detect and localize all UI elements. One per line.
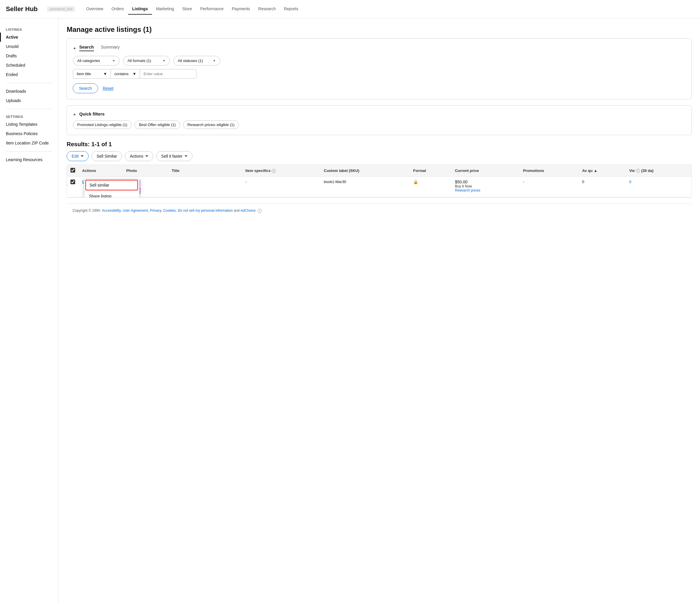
footer-privacy[interactable]: Privacy (150, 208, 161, 212)
statuses-dropdown[interactable]: All statuses (1) ▼ (173, 56, 220, 66)
sidebar-item-active[interactable]: Active (0, 32, 58, 42)
nav-orders[interactable]: Orders (107, 3, 128, 15)
tab-search[interactable]: Search (79, 45, 94, 51)
sell-similar-button[interactable]: Sell Similar (92, 151, 122, 161)
col-checkbox (67, 165, 79, 177)
row-views-cell: 0 (626, 177, 692, 197)
sidebar-item-item-location-zip[interactable]: Item Location ZIP Code (0, 138, 58, 148)
qf-header: ▲ Quick filters (73, 111, 686, 117)
sidebar-item-ended[interactable]: Ended (0, 70, 58, 79)
col-av-qu: Av qu ▲ (579, 165, 626, 177)
sell-it-faster-button[interactable]: Sell it faster (156, 151, 192, 161)
row-checkbox[interactable] (71, 180, 75, 184)
sidebar-item-downloads[interactable]: Downloads (0, 86, 58, 96)
search-button[interactable]: Search (73, 83, 98, 93)
views-info-icon[interactable]: i (636, 169, 640, 173)
logo: Seller Hub (6, 5, 38, 13)
operator-select[interactable]: contains ▼ (111, 69, 140, 79)
sidebar-section-settings-label: SETTINGS (0, 112, 58, 120)
panel-tabs: Search Summary (79, 45, 120, 51)
nav-payments[interactable]: Payments (228, 3, 254, 15)
adchoice-icon: i (258, 209, 262, 213)
nav-marketing[interactable]: Marketing (152, 3, 178, 15)
col-photo: Photo (123, 165, 169, 177)
row-av-qu-cell: 0 (579, 177, 626, 197)
main-content: Manage active listings (1) ▲ Search Summ… (58, 19, 700, 603)
sidebar-item-listing-templates[interactable]: Listing Templates (0, 120, 58, 129)
edit-button[interactable]: Edit (67, 151, 89, 161)
sidebar-item-uploads[interactable]: Uploads (0, 96, 58, 105)
listings-table: Actions Photo Title Item specifics i Cus… (67, 165, 692, 197)
results-section: Results: 1-1 of 1 Edit Sell Similar Acti… (67, 141, 692, 198)
footer: Copyright © 1995- Accessibility, User Ag… (67, 204, 692, 218)
actions-caret-icon (145, 155, 148, 157)
field-chevron-icon: ▼ (103, 72, 107, 76)
footer-user-agreement[interactable]: User Agreement (123, 208, 148, 212)
operator-chevron-icon: ▼ (132, 72, 136, 76)
formats-dropdown[interactable]: All formats (1) ▼ (123, 56, 170, 66)
row-promotions-cell: - (520, 177, 579, 197)
qf-chip-research[interactable]: Research prices–eligible (1) (183, 121, 239, 129)
nav-performance[interactable]: Performance (196, 3, 228, 15)
panel-toggle-icon[interactable]: ▲ (73, 46, 76, 50)
nav-research[interactable]: Research (254, 3, 280, 15)
sidebar-divider-1 (6, 83, 52, 83)
sidebar: LISTINGS Active Unsold Drafts Scheduled … (0, 19, 58, 603)
sidebar-item-scheduled[interactable]: Scheduled (0, 60, 58, 70)
actions-button[interactable]: Actions (125, 151, 153, 161)
field-select[interactable]: Item title ▼ (73, 69, 111, 79)
sidebar-divider-2 (6, 109, 52, 109)
top-bar: Seller Hub username_blur Overview Orders… (0, 0, 700, 19)
username: username_blur (47, 6, 75, 12)
sidebar-item-drafts[interactable]: Drafts (0, 51, 58, 60)
tab-summary[interactable]: Summary (101, 45, 120, 51)
item-specifics-info-icon[interactable]: i (272, 169, 276, 173)
search-panel: ▲ Search Summary All categories ▼ All fo… (67, 38, 692, 99)
sidebar-section-listings-label: LISTINGS (0, 25, 58, 32)
sidebar-item-learning-resources[interactable]: Learning Resources (0, 155, 58, 165)
row-custom-label-cell: book1-Mar30 (321, 177, 410, 197)
footer-do-not-sell[interactable]: Do not sell my personal information (178, 208, 233, 212)
col-custom-label: Custom label (SKU) (321, 165, 410, 177)
price-type: Buy It Now (455, 184, 516, 188)
categories-dropdown[interactable]: All categories ▼ (73, 56, 120, 66)
arrow-sell-similar (67, 183, 68, 187)
qf-chip-promoted[interactable]: Promoted Listings–eligible (1) (73, 121, 131, 129)
formats-chevron-icon: ▼ (162, 59, 166, 62)
value-input[interactable] (140, 69, 197, 79)
col-current-price: Current price (451, 165, 520, 177)
dropdown-item-share-listing[interactable]: Share listing (84, 191, 139, 198)
footer-cookies[interactable]: Cookies (163, 208, 176, 212)
col-views: Vie i (30 da) (626, 165, 692, 177)
av-qu-sort-icon[interactable]: ▲ (594, 169, 598, 173)
top-nav: Overview Orders Listings Marketing Store… (82, 3, 302, 15)
dropdown-item-sell-similar[interactable]: Sell similar (85, 180, 138, 191)
nav-reports[interactable]: Reports (280, 3, 302, 15)
nav-store[interactable]: Store (178, 3, 196, 15)
row-checkbox-cell (67, 177, 79, 197)
col-item-specifics: Item specifics i (242, 165, 320, 177)
row-format-cell: 🔒 (410, 177, 451, 197)
reset-button[interactable]: Reset (103, 86, 114, 91)
footer-copyright: Copyright © 1995- (73, 208, 102, 212)
row-dropdown-menu: Sell similar Share listing Change to auc… (84, 179, 140, 198)
format-lock-icon: 🔒 (413, 180, 418, 184)
categories-chevron-icon: ▼ (112, 59, 115, 62)
col-promotions: Promotions (520, 165, 579, 177)
edit-caret-icon (81, 155, 84, 157)
col-actions: Actions (79, 165, 123, 177)
footer-accessibility[interactable]: Accessibility (102, 208, 121, 212)
qf-chip-best-offer[interactable]: Best Offer–eligible (1) (134, 121, 180, 129)
row-item-specifics-cell: - (242, 177, 320, 197)
results-title: Results: 1-1 of 1 (67, 141, 112, 148)
nav-listings[interactable]: Listings (128, 3, 152, 15)
sidebar-item-business-policies[interactable]: Business Policies (0, 129, 58, 138)
nav-overview[interactable]: Overview (82, 3, 107, 15)
row-title-cell (168, 177, 242, 197)
col-format: Format (410, 165, 451, 177)
research-prices-link[interactable]: Research prices (455, 188, 516, 193)
select-all-checkbox[interactable] (71, 168, 75, 173)
qf-toggle-icon[interactable]: ▲ (73, 112, 76, 116)
sidebar-item-unsold[interactable]: Unsold (0, 42, 58, 51)
footer-adchoice[interactable]: AdChoice (240, 208, 255, 212)
